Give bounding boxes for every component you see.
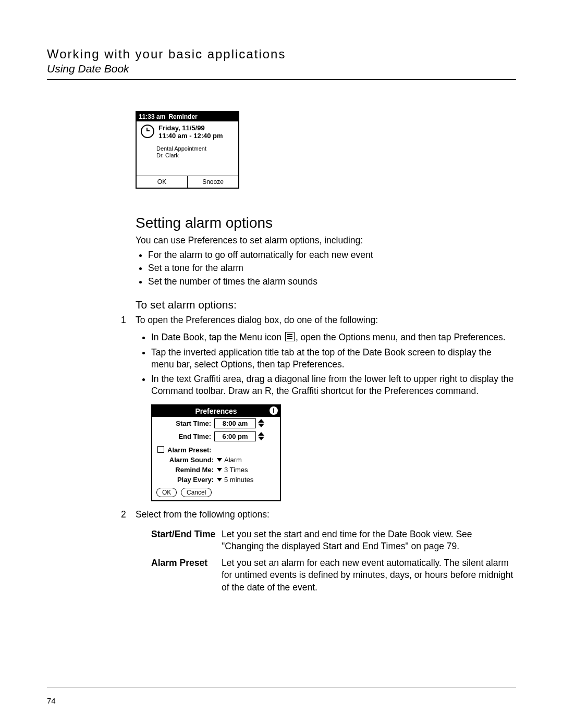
section-bullets: For the alarm to go off automatically fo… bbox=[148, 249, 516, 288]
definition-row: Start/End Time Let you set the start and… bbox=[151, 528, 516, 553]
section-intro: You can use Preferences to set alarm opt… bbox=[136, 235, 516, 247]
start-time-label: Start Time: bbox=[156, 419, 214, 427]
alarm-clock-icon bbox=[141, 125, 154, 138]
preferences-dialog: Preferences i Start Time: 8:00 am End Ti… bbox=[151, 404, 281, 501]
reminder-title: Reminder bbox=[168, 113, 197, 120]
chapter-subtitle: Using Date Book bbox=[47, 63, 516, 75]
step-number: 2 bbox=[121, 509, 136, 521]
page-number: 74 bbox=[47, 696, 56, 705]
section-heading: Setting alarm options bbox=[136, 215, 516, 231]
reminder-dialog: 11:33 am Reminder Friday, 11/5/99 11:40 … bbox=[136, 111, 239, 189]
end-time-stepper[interactable] bbox=[258, 432, 264, 440]
header-rule bbox=[47, 79, 516, 80]
step-text: To open the Preferences dialog box, do o… bbox=[136, 314, 516, 327]
bullet-item: Set the number of times the alarm sounds bbox=[148, 276, 516, 288]
procedure-heading: To set alarm options: bbox=[136, 299, 516, 311]
bullet-item: For the alarm to go off automatically fo… bbox=[148, 249, 516, 262]
definition-body: Let you set an alarm for each new event … bbox=[222, 557, 516, 594]
play-every-value[interactable]: 5 minutes bbox=[224, 476, 253, 484]
sub-bullet-item: In Date Book, tap the Menu icon , open t… bbox=[151, 331, 516, 343]
preferences-titlebar: Preferences i bbox=[152, 405, 280, 417]
definition-term: Alarm Preset bbox=[151, 557, 222, 594]
reminder-appt-line1: Dental Appointment bbox=[156, 145, 234, 152]
end-time-label: End Time: bbox=[156, 433, 214, 440]
definition-body: Let you set the start and end time for t… bbox=[222, 528, 516, 553]
sub-bullets: In Date Book, tap the Menu icon , open t… bbox=[151, 331, 516, 397]
step-2: 2 Select from the following options: bbox=[136, 509, 516, 521]
step-number: 1 bbox=[121, 314, 136, 327]
chevron-down-icon[interactable] bbox=[217, 458, 222, 462]
play-every-label: Play Every: bbox=[156, 476, 217, 484]
alarm-preset-label: Alarm Preset: bbox=[167, 446, 212, 454]
reminder-snooze-button[interactable]: Snooze bbox=[187, 176, 238, 188]
end-time-field[interactable]: 6:00 pm bbox=[214, 431, 256, 441]
step-1: 1 To open the Preferences dialog box, do… bbox=[136, 314, 516, 327]
chevron-down-icon[interactable] bbox=[217, 468, 222, 472]
reminder-ok-button[interactable]: OK bbox=[137, 176, 187, 188]
bullet-item: Set a tone for the alarm bbox=[148, 262, 516, 275]
remind-me-value[interactable]: 3 Times bbox=[224, 466, 248, 474]
definitions: Start/End Time Let you set the start and… bbox=[151, 528, 516, 594]
remind-me-label: Remind Me: bbox=[156, 466, 217, 474]
menu-icon bbox=[285, 332, 295, 341]
prefs-ok-button[interactable]: OK bbox=[156, 488, 177, 497]
alarm-sound-value[interactable]: Alarm bbox=[224, 456, 242, 464]
preferences-title: Preferences bbox=[195, 407, 237, 415]
reminder-clock-time: 11:33 am bbox=[139, 113, 165, 120]
footer-rule bbox=[47, 687, 516, 687]
chapter-title: Working with your basic applications bbox=[47, 47, 516, 61]
sub-bullet-item: In the text Graffiti area, drag a diagon… bbox=[151, 373, 516, 397]
start-time-stepper[interactable] bbox=[258, 419, 264, 427]
page-header: Working with your basic applications Usi… bbox=[47, 47, 516, 80]
prefs-cancel-button[interactable]: Cancel bbox=[181, 488, 212, 497]
info-icon[interactable]: i bbox=[270, 406, 278, 415]
definition-row: Alarm Preset Let you set an alarm for ea… bbox=[151, 557, 516, 594]
reminder-date: Friday, 11/5/99 bbox=[158, 125, 223, 132]
chevron-down-icon[interactable] bbox=[217, 478, 222, 482]
start-time-field[interactable]: 8:00 am bbox=[214, 418, 256, 428]
reminder-titlebar: 11:33 am Reminder bbox=[137, 112, 238, 121]
step-text: Select from the following options: bbox=[136, 509, 516, 521]
definition-term: Start/End Time bbox=[151, 528, 222, 553]
reminder-appt-line2: Dr. Clark bbox=[156, 152, 234, 159]
sub-bullet-item: Tap the inverted application title tab a… bbox=[151, 347, 516, 371]
alarm-preset-checkbox[interactable] bbox=[157, 446, 164, 453]
reminder-time-range: 11:40 am - 12:40 pm bbox=[158, 132, 223, 140]
alarm-sound-label: Alarm Sound: bbox=[156, 456, 217, 464]
